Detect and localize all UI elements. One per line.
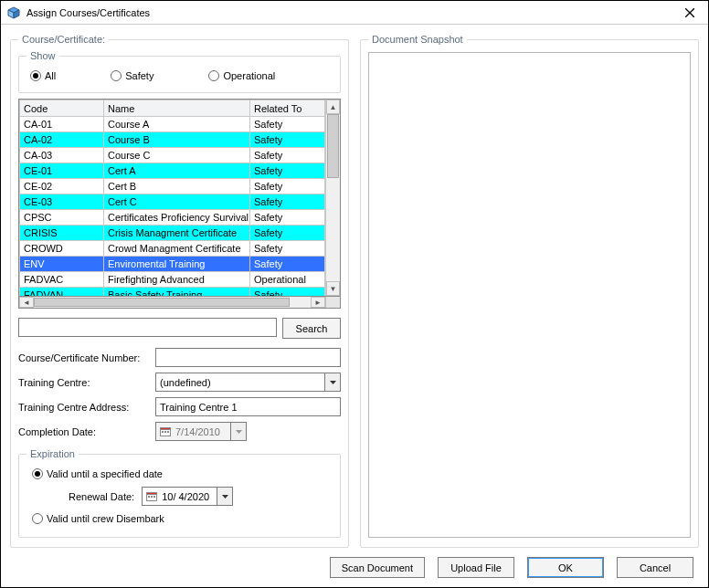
radio-label: All bbox=[45, 70, 56, 81]
radio-valid-until-date[interactable]: Valid until a specified date bbox=[32, 468, 327, 479]
scroll-up-icon[interactable]: ▲ bbox=[326, 100, 340, 114]
table-row[interactable]: CROWDCrowd Managment CertificateSafety bbox=[20, 241, 325, 257]
radio-icon bbox=[32, 513, 43, 524]
radio-valid-until-disembark[interactable]: Valid until crew Disembark bbox=[32, 513, 327, 524]
radio-show-all[interactable]: All bbox=[30, 70, 56, 81]
table-row[interactable]: CE-01Cert ASafety bbox=[20, 163, 325, 179]
document-snapshot-area bbox=[368, 52, 691, 538]
table-row[interactable]: CA-01Course ASafety bbox=[20, 117, 325, 132]
svg-marker-5 bbox=[330, 381, 336, 384]
training-centre-label: Training Centre: bbox=[18, 377, 155, 388]
chevron-down-icon[interactable] bbox=[230, 423, 246, 440]
scroll-down-icon[interactable]: ▼ bbox=[326, 281, 340, 296]
table-row[interactable]: CE-02Cert BSafety bbox=[20, 179, 325, 194]
svg-rect-8 bbox=[162, 431, 164, 433]
scroll-thumb-horizontal[interactable] bbox=[34, 298, 290, 307]
cell-code: ENV bbox=[20, 257, 104, 272]
svg-rect-10 bbox=[167, 431, 169, 433]
app-icon bbox=[6, 5, 21, 20]
show-group: Show AllSafetyOperational bbox=[18, 50, 341, 93]
renewal-date-value: 10/ 4/2020 bbox=[158, 491, 217, 502]
cell-code: CRISIS bbox=[20, 226, 104, 241]
completion-date-picker[interactable]: 7/14/2010 bbox=[155, 422, 247, 441]
cert-number-input[interactable] bbox=[155, 348, 341, 367]
svg-rect-13 bbox=[146, 493, 156, 495]
radio-icon bbox=[111, 70, 122, 81]
table-row[interactable]: CPSCCertificates Proficiency SurvivalSaf… bbox=[20, 210, 325, 226]
cell-code: CROWD bbox=[20, 241, 104, 257]
completion-date-value: 7/14/2010 bbox=[172, 426, 230, 437]
col-header-related[interactable]: Related To bbox=[250, 100, 325, 117]
chevron-down-icon[interactable] bbox=[324, 373, 340, 391]
col-header-code[interactable]: Code bbox=[20, 100, 104, 117]
horizontal-scrollbar[interactable]: ◄ ► bbox=[18, 297, 341, 309]
show-legend: Show bbox=[26, 50, 59, 61]
cell-code: CPSC bbox=[20, 210, 104, 226]
cell-name: Cert A bbox=[104, 163, 250, 179]
col-header-name[interactable]: Name bbox=[104, 100, 250, 117]
search-button[interactable]: Search bbox=[282, 318, 341, 339]
table-row[interactable]: ENVEnviromental TrainingSafety bbox=[20, 257, 325, 272]
table-row[interactable]: FADVACFirefighting AdvancedOperational bbox=[20, 272, 325, 288]
completion-date-label: Completion Date: bbox=[18, 426, 155, 437]
radio-show-operational[interactable]: Operational bbox=[208, 70, 275, 81]
ok-button[interactable]: OK bbox=[527, 557, 604, 578]
renewal-date-label: Renewal Date: bbox=[69, 491, 134, 502]
cell-rel: Safety bbox=[250, 148, 325, 163]
cell-rel: Safety bbox=[250, 257, 325, 272]
training-centre-address-label: Training Centre Address: bbox=[18, 402, 155, 413]
cell-code: CA-03 bbox=[20, 148, 104, 163]
expiration-legend: Expiration bbox=[26, 448, 79, 459]
cell-rel: Safety bbox=[250, 210, 325, 226]
window-title: Assign Courses/Certificates bbox=[26, 7, 677, 18]
svg-marker-11 bbox=[236, 430, 242, 434]
course-certificate-legend: Course/Certificate: bbox=[18, 34, 109, 45]
close-button[interactable] bbox=[677, 4, 703, 22]
cert-number-label: Course/Certificate Number: bbox=[18, 352, 155, 363]
cancel-button[interactable]: Cancel bbox=[617, 557, 693, 578]
cell-rel: Safety bbox=[250, 288, 325, 297]
cell-code: FADVAN bbox=[20, 288, 104, 297]
table-row[interactable]: FADVANBasic Safety TrainingSafety bbox=[20, 288, 325, 297]
cell-name: Cert C bbox=[104, 194, 250, 210]
cell-code: CA-02 bbox=[20, 132, 104, 148]
svg-rect-9 bbox=[164, 431, 166, 433]
search-input[interactable] bbox=[18, 318, 277, 337]
scroll-corner bbox=[325, 297, 340, 308]
course-table[interactable]: Code Name Related To CA-01Course ASafety… bbox=[19, 100, 325, 296]
calendar-icon bbox=[143, 488, 158, 505]
cell-name: Crisis Managment Certificate bbox=[104, 226, 250, 241]
calendar-icon bbox=[156, 423, 172, 440]
scan-document-button[interactable]: Scan Document bbox=[330, 557, 425, 578]
radio-show-safety[interactable]: Safety bbox=[111, 70, 153, 81]
chevron-down-icon[interactable] bbox=[217, 488, 232, 505]
training-centre-address-input[interactable] bbox=[155, 397, 341, 416]
cell-name: Cert B bbox=[104, 179, 250, 194]
cell-code: CE-03 bbox=[20, 194, 104, 210]
radio-icon bbox=[30, 70, 41, 81]
table-row[interactable]: CA-02Course BSafety bbox=[20, 132, 325, 148]
course-grid[interactable]: Code Name Related To CA-01Course ASafety… bbox=[18, 99, 341, 297]
show-radio-row: AllSafetyOperational bbox=[26, 67, 333, 83]
cell-code: FADVAC bbox=[20, 272, 104, 288]
cell-code: CE-02 bbox=[20, 179, 104, 194]
scroll-right-icon[interactable]: ► bbox=[311, 297, 325, 308]
scroll-thumb-vertical[interactable] bbox=[327, 114, 339, 178]
upload-file-button[interactable]: Upload File bbox=[438, 557, 514, 578]
cell-rel: Operational bbox=[250, 272, 325, 288]
cell-rel: Safety bbox=[250, 241, 325, 257]
cell-rel: Safety bbox=[250, 226, 325, 241]
svg-rect-16 bbox=[153, 496, 155, 498]
radio-icon bbox=[32, 468, 43, 479]
table-row[interactable]: CRISISCrisis Managment CertificateSafety bbox=[20, 226, 325, 241]
training-centre-value: (undefined) bbox=[156, 377, 324, 388]
renewal-date-picker[interactable]: 10/ 4/2020 bbox=[142, 487, 233, 506]
vertical-scrollbar[interactable]: ▲ ▼ bbox=[325, 100, 340, 296]
cell-name: Firefighting Advanced bbox=[104, 272, 250, 288]
training-centre-combo[interactable]: (undefined) bbox=[155, 373, 341, 392]
scroll-left-icon[interactable]: ◄ bbox=[19, 297, 34, 308]
radio-label: Operational bbox=[223, 70, 275, 81]
table-row[interactable]: CE-03Cert CSafety bbox=[20, 194, 325, 210]
document-snapshot-group: Document Snapshot bbox=[360, 34, 699, 548]
table-row[interactable]: CA-03Course CSafety bbox=[20, 148, 325, 163]
